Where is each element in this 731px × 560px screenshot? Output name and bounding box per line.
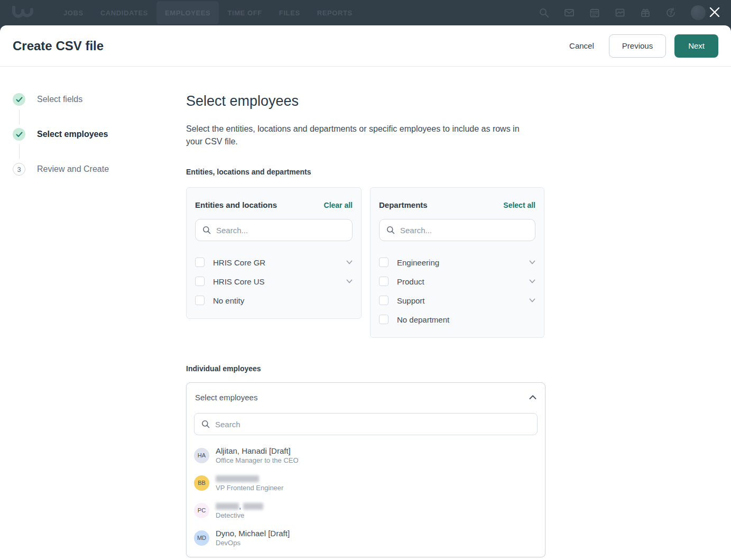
checkbox[interactable]: [195, 258, 205, 267]
departments-panel: Departments Select all Engineering P: [370, 187, 544, 338]
avatar: HA: [194, 448, 209, 463]
select-all-link[interactable]: Select all: [503, 201, 535, 209]
next-button[interactable]: Next: [674, 34, 718, 58]
departments-search[interactable]: [379, 219, 535, 241]
individual-employees-label: Individual employees: [186, 364, 545, 373]
modal-header: Create CSV file Cancel Previous Next: [0, 25, 731, 67]
top-navbar: JOBS CANDIDATES EMPLOYEES TIME OFF FILES…: [0, 0, 731, 25]
entity-row-no-entity[interactable]: No entity: [195, 291, 353, 310]
step-select-fields[interactable]: Select fields: [13, 93, 161, 106]
avatar: BB: [194, 475, 209, 491]
create-csv-modal: Create CSV file Cancel Previous Next Sel…: [0, 25, 731, 560]
employee-option[interactable]: BB VP Frontend Engineer: [194, 469, 544, 497]
workable-logo: [11, 4, 35, 22]
entities-section-label: Entities, locations and departments: [186, 168, 545, 176]
main-content: Select employees Select the entities, lo…: [186, 93, 545, 557]
entity-row-hris-core-gr[interactable]: HRIS Core GR: [195, 253, 353, 272]
chevron-up-icon: [529, 395, 536, 400]
cancel-button[interactable]: Cancel: [569, 41, 594, 50]
nav-item-candidates[interactable]: CANDIDATES: [92, 0, 156, 25]
calendar-icon[interactable]: [589, 7, 600, 18]
employee-select-value: Select employees: [195, 393, 257, 402]
step-check-icon: [13, 93, 25, 106]
step-check-icon: [13, 128, 25, 141]
chevron-down-icon[interactable]: [529, 298, 535, 302]
chevron-down-icon[interactable]: [529, 260, 535, 264]
employee-name: Dyno, Michael [Draft]: [216, 529, 290, 538]
entities-search[interactable]: [195, 219, 353, 241]
entities-panel: Entities and locations Clear all HRIS Co…: [186, 187, 362, 319]
search-icon: [202, 226, 211, 234]
header-actions: Cancel Previous Next: [569, 34, 718, 58]
step-connector: [19, 144, 20, 159]
employee-title: VP Frontend Engineer: [216, 484, 283, 492]
step-select-employees[interactable]: Select employees: [13, 128, 161, 141]
nav-item-jobs[interactable]: JOBS: [55, 0, 92, 25]
employee-name-redacted: ,: [216, 502, 263, 510]
selection-panels: Entities and locations Clear all HRIS Co…: [186, 187, 545, 338]
entity-row-hris-core-us[interactable]: HRIS Core US: [195, 272, 353, 291]
nav-item-employees[interactable]: EMPLOYEES: [156, 1, 219, 24]
previous-button[interactable]: Previous: [609, 34, 666, 58]
help-icon[interactable]: [665, 7, 676, 18]
navbar-icons: [539, 5, 720, 20]
employee-option[interactable]: HA Aljitan, Hanadi [Draft] Office Manage…: [194, 442, 544, 469]
department-row-no-department[interactable]: No department: [379, 310, 535, 329]
employee-title: DevOps: [216, 539, 290, 547]
entities-panel-title: Entities and locations: [195, 200, 277, 209]
checkbox[interactable]: [195, 277, 205, 286]
search-icon[interactable]: [539, 7, 549, 18]
step-review-and-create[interactable]: 3 Review and Create: [13, 163, 161, 176]
step-number: 3: [13, 163, 25, 176]
department-row-engineering[interactable]: Engineering: [379, 253, 535, 272]
employee-select-dropdown: Select employees HA Aljitan, Hanadi [Dra…: [186, 382, 545, 557]
employee-search-input[interactable]: [215, 420, 530, 429]
search-icon: [201, 420, 210, 428]
media-icon[interactable]: [615, 7, 625, 18]
departments-panel-title: Departments: [379, 200, 428, 209]
step-label: Review and Create: [37, 164, 109, 174]
chevron-down-icon[interactable]: [529, 279, 535, 283]
mail-icon[interactable]: [564, 7, 575, 18]
step-label: Select fields: [37, 95, 82, 104]
search-icon: [386, 226, 395, 234]
main-menu: JOBS CANDIDATES EMPLOYEES TIME OFF FILES…: [55, 0, 361, 25]
gift-icon[interactable]: [640, 7, 651, 18]
avatar: MD: [194, 530, 209, 546]
entities-search-input[interactable]: [216, 226, 345, 235]
employee-search[interactable]: [194, 413, 538, 435]
nav-item-time-off[interactable]: TIME OFF: [219, 0, 270, 25]
employee-name: Aljitan, Hanadi [Draft]: [216, 447, 299, 455]
clear-all-link[interactable]: Clear all: [324, 201, 353, 209]
chevron-down-icon[interactable]: [346, 279, 353, 283]
user-avatar[interactable]: [691, 5, 706, 20]
department-row-support[interactable]: Support: [379, 291, 535, 310]
checkbox[interactable]: [379, 258, 388, 267]
checkbox[interactable]: [379, 315, 388, 324]
checkbox[interactable]: [379, 277, 388, 286]
wizard-stepper: Select fields Select employees 3 Review …: [13, 93, 161, 176]
employee-option[interactable]: PC , Detective: [194, 497, 544, 524]
departments-search-input[interactable]: [400, 226, 528, 235]
employee-name-redacted: [216, 474, 283, 483]
chevron-down-icon[interactable]: [346, 260, 353, 264]
step-connector: [19, 109, 20, 124]
content-heading: Select employees: [186, 93, 545, 109]
close-icon[interactable]: [708, 5, 721, 19]
nav-item-reports[interactable]: REPORTS: [309, 0, 361, 25]
nav-item-files[interactable]: FILES: [271, 0, 309, 25]
checkbox[interactable]: [379, 296, 388, 305]
avatar: PC: [194, 503, 209, 518]
department-row-product[interactable]: Product: [379, 272, 535, 291]
employee-option[interactable]: MD Dyno, Michael [Draft] DevOps: [194, 524, 544, 552]
content-description: Select the entities, locations and depar…: [186, 123, 535, 148]
employee-select-trigger[interactable]: Select employees: [187, 383, 545, 410]
step-label: Select employees: [37, 130, 108, 139]
checkbox[interactable]: [195, 296, 205, 305]
page-title: Create CSV file: [13, 39, 104, 53]
employee-list: HA Aljitan, Hanadi [Draft] Office Manage…: [187, 436, 545, 552]
employee-title: Detective: [216, 512, 263, 519]
employee-title: Office Manager to the CEO: [216, 457, 299, 464]
